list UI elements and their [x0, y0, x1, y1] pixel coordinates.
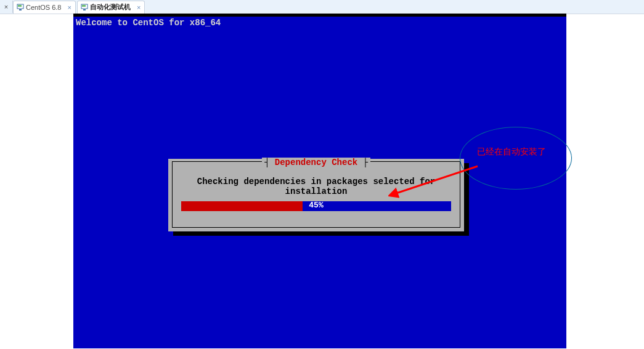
tab-auto-test[interactable]: 自动化测试机 × — [77, 1, 145, 14]
svg-rect-4 — [83, 9, 86, 10]
tab-label: CentOS 6.8 — [25, 4, 62, 11]
dependency-dialog: ┤ Dependency Check ├ Checking dependenci… — [168, 159, 464, 231]
progress-label: 45% — [173, 201, 460, 210]
dialog-message: Checking dependencies in packages select… — [173, 177, 460, 196]
welcome-text: Welcome to CentOS for x86_64 — [76, 18, 221, 28]
dialog-title: ┤ Dependency Check ├ — [262, 158, 370, 167]
monitor-icon — [16, 3, 25, 12]
close-icon[interactable]: × — [67, 4, 71, 11]
tab-lead-close[interactable]: × — [0, 1, 13, 13]
tab-centos[interactable]: CentOS 6.8 × — [13, 1, 76, 14]
vm-console[interactable]: Welcome to CentOS for x86_64 ┤ Dependenc… — [73, 14, 566, 348]
close-icon: × — [4, 3, 8, 10]
tab-bar: × CentOS 6.8 × 自动化测试机 × — [0, 0, 644, 14]
svg-rect-2 — [18, 5, 22, 7]
svg-rect-1 — [19, 9, 22, 10]
close-icon[interactable]: × — [137, 4, 141, 11]
dialog-title-wrap: ┤ Dependency Check ├ — [173, 157, 460, 168]
dialog-border: ┤ Dependency Check ├ Checking dependenci… — [172, 161, 460, 228]
tab-label: 自动化测试机 — [89, 2, 132, 12]
svg-rect-5 — [82, 5, 86, 7]
monitor-icon — [80, 3, 89, 12]
installer-screen: Welcome to CentOS for x86_64 ┤ Dependenc… — [73, 17, 566, 348]
